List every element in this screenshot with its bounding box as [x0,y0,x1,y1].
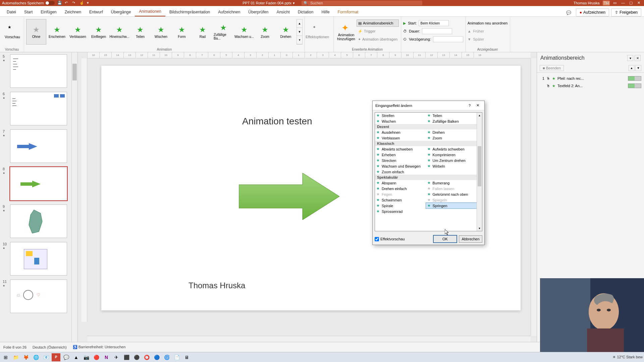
effect-item[interactable]: ★Teilen [426,113,477,118]
user-badge[interactable]: TH [603,1,610,5]
gallery-item[interactable]: ★Form [172,19,192,45]
thumbnail-scrollbar[interactable] [71,52,77,352]
effect-item[interactable]: ★Aufwärts schweben [426,146,477,152]
taskbar-edge-icon[interactable]: 🌀 [162,353,171,361]
effect-item[interactable]: ★Drehen einfach [375,186,426,191]
earlier-button[interactable]: Früher [473,29,484,33]
weather-widget[interactable]: ☀ 12°C Stark bew [612,355,643,359]
effect-item[interactable]: ★Strecken [375,158,426,163]
effect-list-scrollbar[interactable]: ▲ ▼ [477,113,482,231]
cancel-button[interactable]: Abbrechen [459,235,482,243]
effect-item[interactable]: ★Komprimieren [426,152,477,158]
gallery-item[interactable]: ★Hineinschw... [109,19,129,45]
editor-scrollbar[interactable] [531,58,537,336]
gallery-scroll[interactable]: ▲▼▾ [297,19,303,45]
toggle-switch[interactable] [45,1,55,5]
animation-pane-button[interactable]: ▤Animationsbereich [357,19,399,27]
taskbar-app8-icon[interactable]: 🖥 [182,353,191,361]
taskbar-app6-icon[interactable]: 🔵 [152,353,161,361]
preview-checkbox[interactable]: Effektvorschau [375,237,405,241]
gallery-item[interactable]: ★Teilen [130,19,150,45]
start-button[interactable]: ⊞ [1,353,10,361]
slide-thumbnail[interactable]: 5★━━━━━━━━━━━━━━━━━━━━ [0,52,77,90]
tab-review[interactable]: Überprüfen [244,8,272,16]
slide-title-text[interactable]: Animation testen [242,116,312,127]
slide-thumbnail[interactable]: 8★ [0,165,77,202]
effect-item[interactable]: ★Wischen [375,118,426,124]
record-button[interactable]: ●Aufzeichnen [576,8,609,16]
slide-author-text[interactable]: Thomas Hruska [189,281,245,290]
gallery-item[interactable]: ★Drehen [276,19,296,45]
taskbar-vlc-icon[interactable]: ▲ [72,353,80,361]
slide-thumbnail[interactable]: 9★ [0,202,77,240]
effect-item[interactable]: ★Streifen [375,113,426,118]
language-indicator[interactable]: Deutsch (Österreich) [33,345,66,349]
tab-record[interactable]: Aufzeichnen [214,8,244,16]
slide-counter[interactable]: Folie 8 von 26 [3,345,26,349]
start-dropdown[interactable]: Beim Klicken [419,20,449,26]
scroll-down-icon[interactable]: ▼ [477,226,482,231]
animation-item[interactable]: 🖱★Textfeld 2: An... [540,82,641,89]
taskbar-app3-icon[interactable]: 🔴 [92,353,101,361]
effect-item[interactable]: ★Schwimmen [375,197,426,203]
gallery-down-icon[interactable]: ▼ [297,28,302,36]
tab-slideshow[interactable]: Bildschirmpräsentation [165,8,214,16]
close-icon[interactable]: ✕ [637,1,642,5]
later-button[interactable]: Später [473,37,484,41]
effect-item[interactable]: ★Ausdehnen [375,129,426,135]
gallery-item[interactable]: ★Wischen [151,19,171,45]
maximize-icon[interactable]: ▢ [629,1,634,5]
tab-dictation[interactable]: Dictation [294,8,318,16]
effect-item[interactable]: ★Gekrümmt nach oben [426,191,477,197]
taskbar-powerpoint-icon[interactable]: P [52,353,60,361]
delay-input[interactable] [433,36,463,42]
taskbar-chrome-icon[interactable]: 🌐 [32,353,40,361]
preview-checkbox-input[interactable] [375,237,379,241]
effect-item[interactable]: ★Wirbeln [426,163,477,169]
move-up-icon[interactable]: ▲ [629,65,635,71]
effect-item[interactable]: ★Zoom [426,135,477,141]
dialog-close-icon[interactable]: ✕ [474,102,482,109]
animation-painter-button[interactable]: ✦Animation übertragen [357,36,399,43]
effect-item[interactable]: ★Spirale [375,203,426,208]
arrow-shape[interactable] [239,173,339,220]
slide-thumbnail[interactable]: 7★ [0,127,77,165]
touch-mode-icon[interactable]: ☝ [79,1,84,5]
move-down-icon[interactable]: ▼ [635,65,641,71]
tab-draw[interactable]: Zeichnen [61,8,85,16]
tab-design[interactable]: Entwurf [85,8,107,16]
effect-item[interactable]: ★Drehen [426,129,477,135]
taskbar-app2-icon[interactable]: 📷 [82,353,91,361]
effect-item[interactable]: ★Sprossenrad [375,208,426,214]
tab-transitions[interactable]: Übergänge [107,8,135,16]
slide-thumbnail[interactable]: 11★⬚♡ [0,278,77,315]
tab-insert[interactable]: Einfügen [37,8,60,16]
tab-help[interactable]: Hilfe [317,8,333,16]
effect-list[interactable]: ★Streifen★Teilen★Wischen★Zufällige Balke… [375,112,482,231]
user-name[interactable]: Thomas Hruska [574,1,600,5]
slide-thumbnail[interactable]: 6★━━━━━━━━━━━━━━ [0,90,77,127]
gallery-item[interactable]: ★Rad [193,19,213,45]
gallery-item[interactable]: ★Verblassen [68,19,88,45]
minimize-icon[interactable]: — [621,1,626,5]
undo-icon[interactable]: ↶ [65,1,69,5]
gallery-item[interactable]: ★Einfliegen [89,19,109,45]
add-animation-button[interactable]: ✦ Animation hinzufügen [336,18,357,46]
redo-icon[interactable]: ↷ [72,1,77,5]
accessibility-check[interactable]: ♿ Barrierefreiheit: Untersuchen [73,345,126,349]
taskbar-firefox-icon[interactable]: 🦊 [21,353,30,361]
tab-file[interactable]: Datei [3,8,20,16]
effect-item[interactable]: ★Zufällige Balken [426,118,477,124]
ribbon-display-icon[interactable]: ▭ [613,1,618,5]
gallery-item[interactable]: ★Erscheinen [47,19,67,45]
taskbar-onenote-icon[interactable]: N [102,353,111,361]
effect-item[interactable]: ★Abwärts schweben [375,146,426,152]
autosave-toggle[interactable]: Automatisches Speichern [2,1,55,5]
gallery-item[interactable]: ★Zufällige Ba... [213,19,233,45]
gallery-up-icon[interactable]: ▲ [297,19,302,28]
pane-dropdown-icon[interactable]: ▾ [627,55,633,61]
effect-item[interactable]: ★Zoom einfach [375,169,426,175]
effect-item[interactable]: ★Erheben [375,152,426,158]
share-button[interactable]: ⇧Freigeben [611,8,641,16]
scroll-thumb[interactable] [478,146,481,186]
